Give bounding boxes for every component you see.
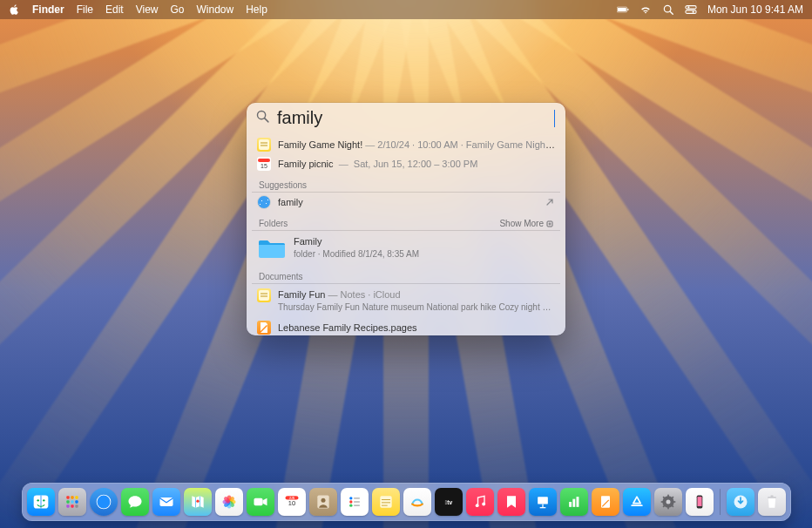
svg-rect-26: [75, 496, 78, 498]
svg-rect-5: [686, 6, 696, 10]
svg-rect-28: [71, 500, 73, 503]
dock-maps[interactable]: [184, 488, 212, 516]
document-title: Family Fun — Notes · iCloud: [278, 288, 555, 301]
document-title: Lebanese Family Recipes.pages: [278, 322, 417, 334]
dock-contacts[interactable]: [309, 488, 337, 516]
dock-appstore[interactable]: [623, 488, 651, 516]
svg-rect-84: [697, 497, 701, 506]
document-row[interactable]: Family Fun — Notes · iCloud Thursday Fam…: [252, 284, 560, 318]
document-row[interactable]: Lebanese Family Recipes.pages: [252, 318, 560, 335]
menu-bar: Finder File Edit View Go Window Help Mon…: [0, 0, 812, 19]
folder-icon: [257, 235, 287, 260]
spotlight-menu-icon[interactable]: [662, 3, 674, 16]
dock-messages[interactable]: [121, 488, 149, 516]
calendar-icon: 15: [257, 157, 271, 171]
dock-finder[interactable]: [27, 488, 55, 516]
menu-item-go[interactable]: Go: [171, 3, 185, 16]
dock-facetime[interactable]: [247, 488, 274, 516]
suggestion-row[interactable]: family: [252, 193, 560, 212]
apple-menu-icon[interactable]: [9, 3, 20, 16]
dock-downloads[interactable]: [727, 488, 754, 516]
svg-rect-27: [66, 500, 69, 503]
svg-line-4: [670, 11, 673, 14]
dock-settings[interactable]: [654, 488, 682, 516]
control-center-icon[interactable]: [685, 3, 697, 16]
svg-point-8: [692, 11, 694, 13]
dock-pages[interactable]: [592, 488, 619, 516]
svg-rect-2: [627, 9, 628, 10]
folder-row[interactable]: Family folder · Modified 8/1/24, 8:35 AM: [252, 231, 560, 265]
search-icon: [255, 109, 270, 127]
dock-launchpad[interactable]: [58, 488, 86, 516]
dock-mail[interactable]: [152, 488, 180, 516]
svg-rect-15: [258, 159, 270, 162]
svg-rect-70: [576, 497, 579, 507]
svg-rect-30: [66, 504, 69, 507]
menu-item-help[interactable]: Help: [246, 3, 267, 16]
wifi-icon[interactable]: [639, 3, 652, 16]
dock-news[interactable]: [497, 488, 525, 516]
svg-rect-1: [618, 8, 626, 11]
menu-app-name[interactable]: Finder: [32, 3, 64, 16]
spotlight-search-input[interactable]: [277, 108, 551, 128]
dock-calendar[interactable]: JUN10: [278, 488, 306, 516]
menu-item-file[interactable]: File: [77, 3, 93, 16]
show-more-button[interactable]: Show More: [499, 219, 553, 228]
menu-item-window[interactable]: Window: [197, 3, 234, 16]
svg-rect-35: [159, 498, 173, 506]
svg-point-53: [349, 500, 352, 503]
svg-rect-31: [71, 504, 73, 507]
safari-icon: [257, 195, 271, 209]
menu-datetime[interactable]: Mon Jun 10 9:41 AM: [707, 3, 803, 16]
section-title-documents: Documents: [259, 272, 303, 281]
svg-rect-68: [569, 502, 572, 507]
dock-notes[interactable]: [372, 488, 400, 516]
menu-item-view[interactable]: View: [136, 3, 159, 16]
result-title: Family Game Night! — 2/10/24 · 10:00 AM …: [278, 139, 555, 151]
svg-rect-11: [259, 139, 269, 150]
open-link-icon: [545, 197, 555, 207]
svg-rect-79: [667, 506, 669, 509]
text-caret: [554, 110, 555, 127]
svg-point-54: [349, 504, 352, 507]
dock-reminders[interactable]: [341, 488, 369, 516]
spotlight-results: Family Game Night! — 2/10/24 · 10:00 AM …: [247, 133, 565, 335]
svg-rect-25: [71, 496, 73, 498]
svg-point-64: [482, 503, 485, 506]
svg-text:15: 15: [261, 163, 267, 169]
spotlight-window: Family Game Night! — 2/10/24 · 10:00 AM …: [247, 103, 565, 335]
svg-point-34: [97, 496, 110, 509]
svg-rect-7: [686, 10, 696, 14]
svg-rect-58: [380, 496, 391, 507]
dock-keynote[interactable]: [529, 488, 557, 516]
result-row[interactable]: 15 Family picnic — Sat, Jun 15, 12:00 – …: [252, 154, 560, 173]
svg-line-10: [265, 118, 268, 122]
svg-rect-75: [667, 495, 669, 498]
dock-freeform[interactable]: [403, 488, 431, 516]
dock-music[interactable]: [466, 488, 494, 516]
dock-trash[interactable]: [758, 488, 786, 516]
svg-rect-65: [538, 497, 548, 504]
dock-photos[interactable]: [215, 488, 243, 516]
svg-rect-32: [75, 504, 78, 507]
svg-rect-24: [66, 496, 69, 498]
dock-safari[interactable]: [90, 488, 118, 516]
suggestion-title: family: [278, 196, 303, 208]
svg-point-63: [475, 504, 478, 507]
svg-text:10: 10: [288, 499, 294, 507]
svg-point-51: [321, 498, 325, 503]
dock-iphone[interactable]: [686, 488, 714, 516]
dock-tv[interactable]: tv: [435, 488, 463, 516]
svg-rect-45: [254, 498, 262, 505]
section-title-suggestions: Suggestions: [259, 180, 307, 190]
svg-rect-86: [768, 497, 776, 498]
menu-item-edit[interactable]: Edit: [105, 3, 124, 16]
section-title-folders: Folders: [259, 219, 288, 228]
svg-rect-69: [572, 499, 575, 507]
result-row[interactable]: Family Game Night! — 2/10/24 · 10:00 AM …: [252, 135, 560, 154]
dock-numbers[interactable]: [560, 488, 588, 516]
svg-point-22: [37, 499, 38, 501]
svg-rect-81: [660, 501, 663, 503]
battery-icon[interactable]: [617, 3, 629, 16]
notes-icon: [257, 288, 271, 302]
